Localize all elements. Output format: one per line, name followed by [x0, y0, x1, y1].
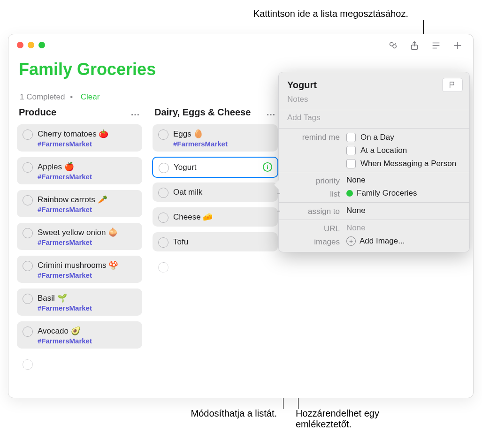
list-item[interactable]: Avocado 🥑#FarmersMarket	[17, 321, 142, 349]
detail-panel: Yogurt Notes Add Tags remind me On a Day…	[278, 72, 470, 252]
annotation-share: Kattintson ide a lista megosztásához.	[174, 8, 408, 19]
item-title: Apples 🍎	[38, 162, 137, 172]
checkbox-circle[interactable]	[23, 294, 33, 304]
images-label: images	[279, 236, 346, 247]
column-header: Dairy, Eggs & Cheese …	[151, 107, 280, 121]
url-value[interactable]: None	[346, 223, 461, 233]
collaborate-button[interactable]	[384, 38, 402, 53]
toolbar	[384, 38, 467, 53]
app-window: Family Groceries 1 Completed • Clear Pro…	[8, 34, 474, 398]
separator: •	[70, 92, 73, 101]
annotation-list: Módosíthatja a listát.	[145, 408, 277, 419]
item-title: Rainbow carrots 🥕	[38, 195, 137, 205]
completed-count: 1 Completed	[20, 92, 65, 101]
checkbox-circle[interactable]	[23, 327, 33, 337]
item-title: Avocado 🥑	[38, 326, 137, 336]
item-tag[interactable]: #FarmersMarket	[173, 140, 272, 148]
checkbox-circle[interactable]	[158, 213, 168, 223]
item-tag[interactable]: #FarmersMarket	[38, 173, 137, 181]
column-title: Produce	[19, 107, 56, 118]
svg-point-1	[393, 45, 396, 48]
notes-field[interactable]: Notes	[279, 94, 469, 108]
list-value[interactable]: Family Groceries	[346, 189, 461, 198]
url-label: URL	[279, 223, 346, 234]
view-button[interactable]	[427, 38, 445, 53]
add-button[interactable]	[449, 38, 467, 53]
checkbox-circle[interactable]	[23, 261, 33, 271]
item-title: Sweet yellow onion 🧅	[38, 228, 137, 237]
assign-value[interactable]: None	[346, 206, 461, 215]
list-item[interactable]: Basil 🌱#FarmersMarket	[17, 289, 142, 316]
list-item[interactable]: Cherry tomatoes 🍅#FarmersMarket	[17, 124, 142, 152]
column-dairy: Dairy, Eggs & Cheese … Eggs 🥚#FarmersMar…	[151, 107, 280, 393]
item-title: Eggs 🥚	[173, 129, 272, 139]
item-tag[interactable]: #FarmersMarket	[38, 271, 137, 279]
column-more-icon[interactable]: …	[266, 107, 276, 118]
tags-field[interactable]: Add Tags	[279, 112, 469, 126]
list-item[interactable]: Rainbow carrots 🥕#FarmersMarket	[17, 190, 142, 217]
item-tag[interactable]: #FarmersMarket	[38, 238, 137, 246]
detail-title[interactable]: Yogurt	[287, 80, 317, 91]
add-image-button[interactable]: + Add Image...	[346, 236, 461, 246]
checkbox-circle[interactable]	[23, 359, 33, 370]
remind-label: remind me	[279, 132, 346, 142]
checkbox-circle[interactable]	[23, 129, 33, 140]
fullscreen-window[interactable]	[38, 42, 45, 48]
item-title: Basil 🌱	[38, 293, 137, 303]
share-button[interactable]	[405, 38, 423, 53]
remind-at-location[interactable]: At a Location	[346, 146, 461, 155]
column-title: Dairy, Eggs & Cheese	[154, 107, 251, 118]
list-item[interactable]: Oat milk	[153, 182, 278, 202]
item-title: Crimini mushrooms 🍄	[38, 260, 137, 270]
checkbox-circle[interactable]	[23, 228, 33, 238]
page-title: Family Groceries	[19, 60, 156, 79]
item-title: Cheese 🧀	[173, 212, 272, 222]
minimize-window[interactable]	[28, 42, 34, 48]
column-more-icon[interactable]: …	[130, 107, 140, 118]
checkbox-circle[interactable]	[159, 163, 169, 173]
item-title: Yogurt	[174, 162, 272, 172]
clear-button[interactable]: Clear	[81, 92, 100, 101]
new-item-placeholder[interactable]	[153, 257, 278, 276]
plus-icon: +	[346, 236, 356, 246]
list-item[interactable]: Sweet yellow onion 🧅#FarmersMarket	[17, 223, 142, 250]
remind-on-day[interactable]: On a Day	[346, 133, 461, 142]
close-window[interactable]	[17, 42, 23, 48]
checkbox[interactable]	[346, 133, 356, 142]
checkbox-circle[interactable]	[158, 188, 168, 198]
assign-label: assign to	[279, 206, 346, 216]
checkbox[interactable]	[346, 159, 356, 168]
item-tag[interactable]: #FarmersMarket	[38, 140, 137, 148]
info-icon[interactable]	[262, 162, 273, 172]
column-produce: Produce … Cherry tomatoes 🍅#FarmersMarke…	[15, 107, 144, 393]
item-title: Tofu	[173, 237, 272, 247]
window-controls	[17, 42, 45, 48]
list-item[interactable]: Crimini mushrooms 🍄#FarmersMarket	[17, 256, 142, 283]
priority-label: priority	[279, 175, 346, 186]
checkbox[interactable]	[346, 146, 356, 155]
checkbox-circle[interactable]	[23, 162, 33, 173]
completed-row: 1 Completed • Clear	[20, 92, 99, 102]
checkbox-circle[interactable]	[158, 262, 168, 273]
flag-button[interactable]	[442, 78, 463, 92]
new-item-placeholder[interactable]	[17, 354, 142, 373]
checkbox-circle[interactable]	[158, 237, 168, 248]
priority-value[interactable]: None	[346, 175, 461, 185]
list-item[interactable]: Cheese 🧀	[153, 207, 278, 227]
list-item[interactable]: Tofu	[153, 232, 278, 251]
checkbox-circle[interactable]	[23, 195, 33, 205]
item-title: Cherry tomatoes 🍅	[38, 129, 137, 139]
remind-when-messaging[interactable]: When Messaging a Person	[346, 159, 461, 168]
item-tag[interactable]: #FarmersMarket	[38, 304, 137, 312]
list-item-selected[interactable]: Yogurt	[152, 157, 278, 178]
list-item[interactable]: Eggs 🥚#FarmersMarket	[153, 124, 278, 152]
annotation-assign: Hozzárendelhet egy emlékeztetőt.	[296, 408, 436, 430]
list-label: list	[279, 189, 346, 199]
list-item[interactable]: Apples 🍎#FarmersMarket	[17, 157, 142, 184]
item-tag[interactable]: #FarmersMarket	[38, 337, 137, 345]
item-tag[interactable]: #FarmersMarket	[38, 205, 137, 213]
list-color-dot	[346, 190, 353, 197]
item-title: Oat milk	[173, 187, 272, 197]
column-header: Produce …	[15, 107, 144, 121]
checkbox-circle[interactable]	[158, 129, 168, 140]
